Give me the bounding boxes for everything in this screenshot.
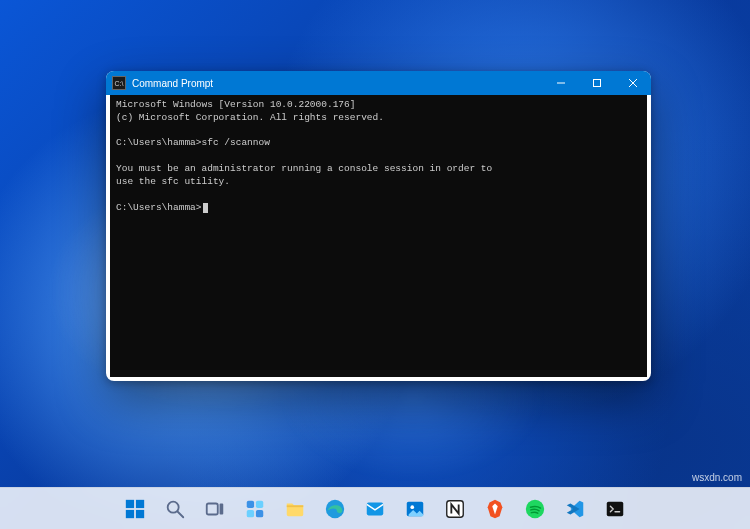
window-title: Command Prompt [132, 78, 213, 89]
terminal-line: C:\Users\hamma>sfc /scannow [116, 137, 270, 148]
spotify-icon [524, 498, 546, 520]
folder-icon [284, 498, 306, 520]
taskbar-mail-button[interactable] [358, 492, 392, 526]
titlebar[interactable]: C:\ Command Prompt [106, 71, 651, 95]
desktop: C:\ Command Prompt Microsoft Windows [Ve… [0, 0, 750, 529]
svg-line-9 [178, 511, 184, 517]
svg-rect-22 [607, 501, 624, 516]
mail-icon [364, 498, 386, 520]
terminal-output[interactable]: Microsoft Windows [Version 10.0.22000.17… [110, 95, 647, 377]
taskbar [0, 487, 750, 529]
taskbar-brave-button[interactable] [478, 492, 512, 526]
command-prompt-window: C:\ Command Prompt Microsoft Windows [Ve… [106, 71, 651, 381]
svg-rect-7 [136, 509, 144, 517]
svg-rect-14 [247, 509, 254, 516]
maximize-button[interactable] [579, 71, 615, 95]
close-button[interactable] [615, 71, 651, 95]
svg-rect-13 [256, 500, 263, 507]
terminal-icon [604, 498, 626, 520]
taskbar-cmd-button[interactable] [598, 492, 632, 526]
terminal-line: You must be an administrator running a c… [116, 163, 492, 174]
minimize-button[interactable] [543, 71, 579, 95]
windows-logo-icon [124, 498, 146, 520]
widgets-icon [244, 498, 266, 520]
svg-point-8 [168, 501, 179, 512]
taskbar-search-button[interactable] [158, 492, 192, 526]
svg-rect-10 [207, 503, 218, 514]
svg-rect-5 [136, 499, 144, 507]
taskbar-notion-button[interactable] [438, 492, 472, 526]
svg-point-19 [410, 505, 414, 509]
svg-rect-17 [367, 502, 384, 515]
close-icon [628, 78, 638, 88]
maximize-icon [592, 78, 602, 88]
watermark-text: wsxdn.com [692, 472, 742, 483]
edge-icon [324, 498, 346, 520]
taskbar-photos-button[interactable] [398, 492, 432, 526]
svg-rect-6 [126, 509, 134, 517]
terminal-line: Microsoft Windows [Version 10.0.22000.17… [116, 99, 355, 110]
taskbar-explorer-button[interactable] [278, 492, 312, 526]
svg-rect-11 [220, 503, 224, 514]
terminal-line: C:\Users\hamma> [116, 202, 202, 213]
vscode-icon [564, 498, 586, 520]
svg-rect-4 [126, 499, 134, 507]
taskbar-vscode-button[interactable] [558, 492, 592, 526]
cmd-app-icon: C:\ [112, 76, 126, 90]
taskbar-widgets-button[interactable] [238, 492, 272, 526]
search-icon [164, 498, 186, 520]
minimize-icon [556, 78, 566, 88]
notion-icon [444, 498, 466, 520]
taskbar-edge-button[interactable] [318, 492, 352, 526]
svg-rect-15 [256, 509, 263, 516]
terminal-cursor [203, 203, 208, 213]
terminal-line: (c) Microsoft Corporation. All rights re… [116, 112, 384, 123]
taskbar-spotify-button[interactable] [518, 492, 552, 526]
task-view-icon [204, 498, 226, 520]
taskbar-start-button[interactable] [118, 492, 152, 526]
photos-icon [404, 498, 426, 520]
taskbar-taskview-button[interactable] [198, 492, 232, 526]
terminal-line: use the sfc utility. [116, 176, 230, 187]
svg-rect-12 [247, 500, 254, 507]
svg-rect-1 [594, 80, 601, 87]
brave-icon [484, 498, 506, 520]
